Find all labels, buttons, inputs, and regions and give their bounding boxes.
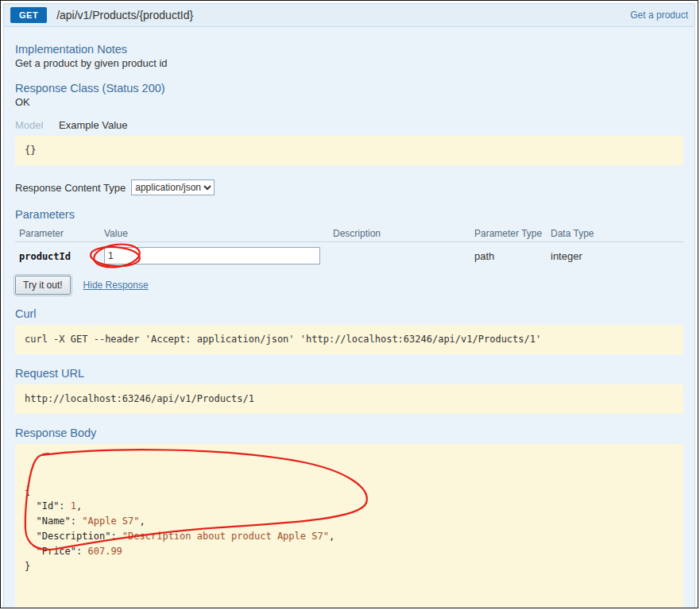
response-body-line: { (25, 484, 674, 499)
col-description: Description (329, 226, 470, 242)
parameter-name: productId (19, 251, 71, 262)
response-content-type-select[interactable]: application/json (131, 180, 215, 195)
schema-tabs: Model Example Value (15, 119, 683, 131)
curl-command-block: curl -X GET --header 'Accept: applicatio… (15, 325, 683, 354)
response-body-line: "Name": "Apple S7", (25, 514, 674, 529)
parameter-value-input[interactable] (104, 247, 320, 264)
col-data-type: Data Type (547, 226, 683, 242)
curl-heading: Curl (15, 307, 683, 320)
tab-model[interactable]: Model (15, 119, 43, 131)
parameters-header-row: Parameter Value Description Parameter Ty… (15, 226, 683, 242)
operation-summary-link[interactable]: Get a product (630, 10, 688, 21)
col-value: Value (100, 226, 329, 242)
parameters-table: Parameter Value Description Parameter Ty… (15, 226, 683, 269)
http-method-badge[interactable]: GET (10, 7, 47, 23)
response-content-type-row: Response Content Type application/json (15, 180, 683, 195)
table-row: productId path integer (15, 242, 683, 270)
response-body-line: } (25, 559, 674, 574)
response-content-type-label: Response Content Type (15, 182, 126, 194)
response-class-heading: Response Class (Status 200) (15, 82, 683, 95)
response-body-line: "Price": 607.99 (25, 544, 674, 559)
operation-header[interactable]: GET /api/v1/Products/{productId} Get a p… (3, 3, 695, 27)
parameter-data-type: integer (551, 250, 582, 262)
response-body-line: "Id": 1, (25, 499, 674, 514)
parameter-type: path (474, 250, 494, 262)
parameters-heading: Parameters (15, 208, 683, 221)
response-body-block: { "Id": 1, "Name": "Apple S7", "Descript… (15, 444, 683, 608)
example-value-block: {} (15, 136, 683, 165)
response-body-line: "Description": "Description about produc… (25, 529, 674, 544)
response-body-heading: Response Body (15, 427, 683, 439)
request-url-heading: Request URL (15, 367, 683, 380)
hide-response-link[interactable]: Hide Response (83, 280, 149, 291)
response-body-json: { "Id": 1, "Name": "Apple S7", "Descript… (25, 484, 674, 574)
implementation-notes-text: Get a product by given product id (15, 57, 683, 69)
col-parameter: Parameter (15, 226, 100, 242)
actions-row: Try it out! Hide Response (15, 276, 683, 295)
col-parameter-type: Parameter Type (470, 226, 547, 242)
swagger-operation-panel: GET /api/v1/Products/{productId} Get a p… (0, 0, 698, 608)
response-class-value: OK (15, 96, 683, 108)
request-url-block: http://localhost:63246/api/v1/Products/1 (15, 384, 683, 414)
operation-content: Implementation Notes Get a product by gi… (3, 27, 695, 608)
tab-example-value[interactable]: Example Value (59, 119, 127, 131)
try-it-out-button[interactable]: Try it out! (15, 276, 71, 295)
implementation-notes-heading: Implementation Notes (15, 43, 683, 56)
endpoint-path[interactable]: /api/v1/Products/{productId} (56, 9, 193, 21)
